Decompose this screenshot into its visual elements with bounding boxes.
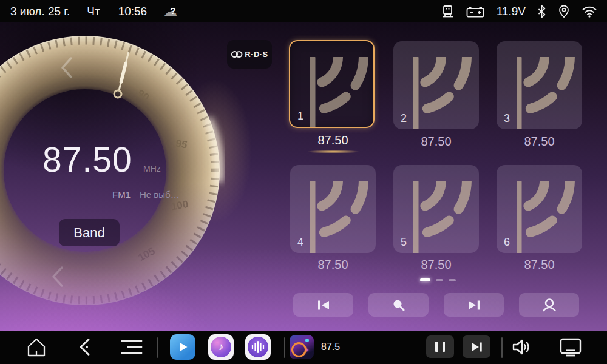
display-icon[interactable] [558,337,583,358]
location-icon[interactable] [558,4,570,19]
preset-frequency-label: 87.50 [393,258,479,272]
preset-tile-4[interactable]: 4 [290,165,376,253]
nav-divider [157,337,158,358]
frequency-unit: MHz [143,164,161,174]
nav-divider [284,337,285,358]
weather-cloud-icon[interactable]: ☁ ? [163,4,181,19]
playlist-icon[interactable] [121,339,143,355]
search-button[interactable] [368,293,429,317]
page-dot-active[interactable] [420,278,430,281]
preset-tile-6[interactable]: 6 [497,165,582,253]
home-icon[interactable] [25,337,47,357]
preset-frequency-label: 87.50 [290,133,376,147]
status-bar: 3 июл. 25 г. Чт 10:56 ☁ ? [0,0,607,22]
selected-preset-underline [307,150,359,153]
preset-pagination [420,278,456,281]
band-button-label: Band [73,225,104,241]
seek-previous-button[interactable] [293,293,353,317]
preset-tile-1[interactable]: 1 [289,40,375,128]
current-frequency: 87.50 [42,140,132,180]
band-button[interactable]: Band [59,219,120,246]
broadcast-icon [517,57,582,129]
preset-tile-3[interactable]: 3 [497,41,582,129]
car-radio-screen: 3 июл. 25 г. Чт 10:56 ☁ ? [0,0,607,364]
dial-label-95: 95 [175,138,188,151]
preset-number: 6 [504,236,510,249]
preset-tile-5[interactable]: 5 [393,165,479,253]
status-time: 10:56 [118,5,148,18]
preset-number: 2 [401,112,407,125]
seek-next-icon [467,299,481,311]
broadcast-icon [413,57,479,129]
pause-icon [435,342,438,352]
preset-scan-button[interactable] [519,293,579,317]
preset-number: 1 [297,110,304,123]
music-disc-icon: ♪ [211,337,231,357]
preset-number: 4 [297,236,304,249]
battery-voltage: 11.9V [497,5,526,18]
video-app-icon[interactable] [170,334,195,360]
wifi-icon[interactable] [582,4,597,19]
pause-button[interactable] [426,335,454,358]
weather-unknown-symbol: ? [170,5,175,16]
seek-next-button[interactable] [444,293,504,317]
broadcast-icon [310,181,376,253]
status-date: 3 июл. 25 г. [10,5,70,18]
rds-icon [231,50,243,59]
broadcast-icon [517,181,582,253]
preset-tile-2[interactable]: 2 [393,41,479,129]
play-icon [177,341,189,353]
back-icon[interactable] [76,338,92,356]
bluetooth-icon[interactable] [537,4,546,19]
station-name: Не выб… [140,189,180,200]
status-weekday: Чт [87,5,100,18]
page-dot[interactable] [436,279,443,281]
rds-label: R·D·S [245,50,268,59]
preset-frequency-label: 87.50 [393,135,479,149]
preset-scan-icon [541,298,557,312]
now-playing-frequency: 87.5 [321,342,340,352]
skip-next-icon [469,340,484,354]
waveform-icon [248,337,268,357]
page-dot[interactable] [449,279,456,281]
next-track-button[interactable] [463,335,490,358]
rds-badge[interactable]: R·D·S [227,40,272,69]
voice-app-icon[interactable] [245,334,271,360]
bottom-nav-bar: ♪ 87.5 [0,331,607,364]
preset-frequency-label: 87.50 [497,135,582,149]
preset-frequency-label: 87.50 [497,258,582,272]
band-label: FM1 [112,189,131,200]
volume-icon[interactable] [510,337,533,357]
now-playing-album-art[interactable] [290,335,314,359]
nav-divider [501,337,503,358]
search-icon [392,298,406,312]
music-app-icon[interactable]: ♪ [208,334,234,360]
broadcast-icon [310,57,375,128]
preset-frequency-label: 87.50 [290,258,376,272]
usb-icon [441,4,454,19]
seek-previous-icon [316,299,331,311]
preset-number: 3 [504,112,510,125]
broadcast-icon [413,181,479,253]
car-battery-icon [466,4,485,19]
preset-number: 5 [401,236,407,249]
